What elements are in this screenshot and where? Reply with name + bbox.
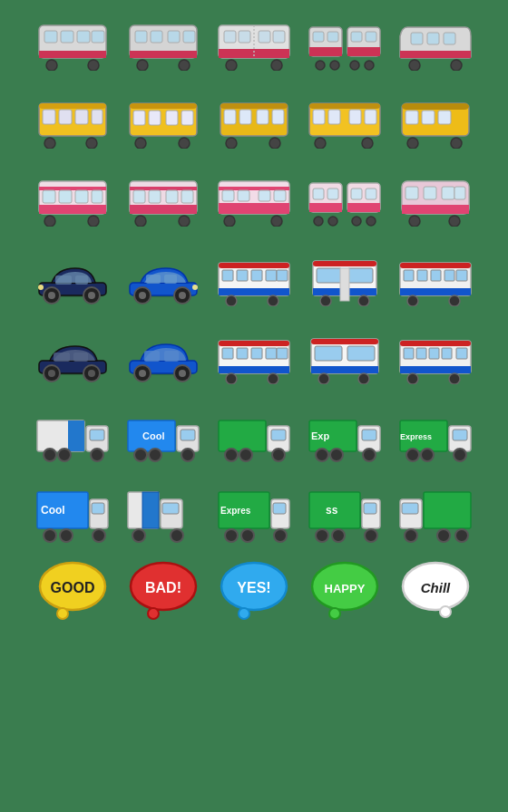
- train-pink-1[interactable]: [27, 165, 118, 237]
- svg-point-65: [226, 138, 237, 149]
- train-yellow-3[interactable]: [209, 87, 299, 160]
- svg-rect-256: [142, 492, 159, 528]
- svg-point-66: [269, 138, 280, 149]
- bubble-happy[interactable]: HAPPY: [299, 555, 390, 627]
- svg-point-242: [363, 449, 376, 461]
- svg-rect-221: [90, 430, 104, 440]
- svg-point-264: [225, 529, 238, 542]
- svg-rect-258: [162, 503, 179, 514]
- train-silver-1[interactable]: [27, 9, 118, 82]
- bus-1[interactable]: [209, 243, 299, 315]
- train-silver-bullet[interactable]: [390, 9, 481, 82]
- bus-4[interactable]: [209, 321, 299, 393]
- svg-rect-151: [237, 270, 248, 281]
- svg-rect-85: [43, 190, 55, 203]
- svg-rect-215: [456, 348, 467, 359]
- svg-point-14: [137, 60, 148, 71]
- svg-point-284: [239, 608, 249, 619]
- truck-cool-2[interactable]: Cool: [27, 477, 118, 549]
- svg-point-57: [135, 138, 146, 149]
- svg-rect-166: [400, 263, 471, 268]
- bus-2[interactable]: [299, 243, 390, 315]
- svg-rect-114: [327, 188, 338, 199]
- row-trains-pink: [5, 165, 503, 237]
- truck-wb-1[interactable]: [27, 399, 118, 471]
- truck-express-4[interactable]: ss: [299, 477, 390, 549]
- svg-point-190: [179, 370, 186, 377]
- train-silver-2[interactable]: [118, 9, 209, 82]
- truck-green-1[interactable]: [209, 399, 299, 471]
- train-pink-2[interactable]: [118, 165, 209, 237]
- bubble-bad[interactable]: BAD!: [118, 555, 209, 627]
- svg-rect-275: [424, 492, 471, 528]
- svg-point-58: [179, 138, 190, 149]
- svg-rect-11: [151, 31, 162, 43]
- train-silver-4[interactable]: [299, 9, 390, 82]
- truck-express-1[interactable]: Exp: [299, 399, 390, 471]
- svg-rect-78: [422, 111, 435, 124]
- svg-rect-38: [411, 33, 423, 44]
- svg-rect-115: [351, 188, 362, 199]
- svg-point-137: [38, 285, 44, 290]
- svg-rect-113: [313, 188, 324, 199]
- svg-rect-55: [166, 111, 178, 125]
- svg-rect-106: [274, 190, 286, 201]
- train-pink-3[interactable]: [209, 165, 299, 237]
- svg-point-118: [328, 217, 337, 226]
- svg-rect-162: [340, 268, 349, 301]
- svg-point-108: [271, 216, 282, 227]
- svg-rect-274: [402, 503, 418, 514]
- train-yellow-2[interactable]: [118, 87, 209, 160]
- svg-point-127: [409, 216, 420, 227]
- row-trains-yellow: [5, 87, 503, 160]
- truck-green-2[interactable]: [390, 477, 481, 549]
- svg-point-155: [226, 295, 237, 306]
- svg-point-120: [366, 217, 376, 226]
- svg-rect-150: [222, 270, 233, 281]
- svg-point-49: [44, 138, 55, 149]
- bus-5[interactable]: [299, 321, 390, 393]
- car-blue-1[interactable]: [118, 243, 209, 315]
- svg-rect-28: [347, 47, 380, 56]
- svg-rect-210: [400, 366, 471, 373]
- svg-point-50: [86, 138, 97, 149]
- row-trucks-1: Cool Exp: [5, 399, 503, 471]
- car-dark-1[interactable]: [27, 243, 118, 315]
- svg-point-230: [181, 449, 194, 461]
- svg-rect-18: [224, 31, 236, 43]
- svg-rect-103: [222, 190, 234, 201]
- svg-rect-161: [347, 268, 373, 283]
- svg-point-286: [329, 608, 340, 619]
- train-yellow-4[interactable]: [299, 87, 390, 160]
- svg-rect-131: [55, 276, 72, 285]
- svg-rect-77: [405, 111, 418, 124]
- svg-point-280: [57, 608, 68, 619]
- good-label: GOOD: [51, 580, 95, 595]
- svg-point-6: [46, 60, 57, 71]
- svg-point-200: [268, 373, 278, 384]
- svg-rect-52: [130, 103, 197, 109]
- svg-rect-153: [266, 270, 277, 281]
- svg-rect-39: [427, 33, 439, 44]
- train-pink-bus[interactable]: [390, 165, 481, 237]
- bubble-chill[interactable]: Chill: [390, 555, 481, 627]
- truck-wb-2[interactable]: [118, 477, 209, 549]
- truck-cool-1[interactable]: Cool: [118, 399, 209, 471]
- train-yellow-5[interactable]: [390, 87, 481, 160]
- car-dark-2[interactable]: [27, 321, 118, 393]
- bus-3[interactable]: [390, 243, 481, 315]
- chill-label: Chill: [421, 580, 451, 595]
- truck-express-2[interactable]: Express: [390, 399, 481, 471]
- svg-rect-219: [68, 420, 84, 451]
- truck-express-3[interactable]: Expres: [209, 477, 299, 549]
- bubble-good[interactable]: GOOD: [27, 555, 118, 627]
- svg-point-143: [139, 292, 146, 299]
- train-yellow-1[interactable]: [27, 87, 118, 160]
- bus-6[interactable]: [390, 321, 481, 393]
- train-silver-3[interactable]: [209, 9, 299, 82]
- bubble-yes[interactable]: YES!: [209, 555, 299, 627]
- train-pink-4[interactable]: [299, 165, 390, 237]
- svg-rect-84: [39, 187, 106, 190]
- row-cars-buses-1: [5, 243, 503, 315]
- car-blue-2[interactable]: [118, 321, 209, 393]
